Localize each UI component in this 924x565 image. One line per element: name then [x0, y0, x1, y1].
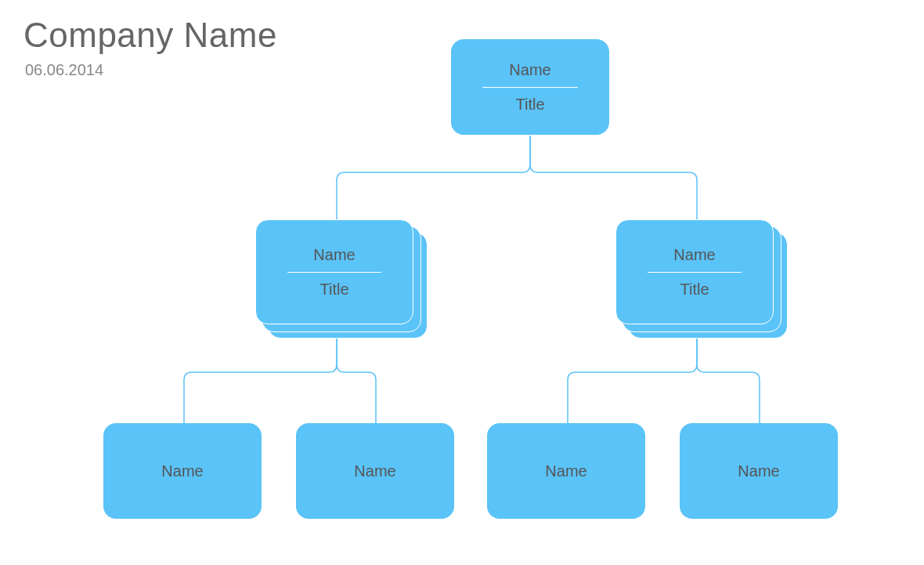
org-node-name: Name — [313, 246, 355, 264]
org-node-level3-4: Name — [680, 423, 838, 519]
org-node-name: Name — [738, 462, 779, 480]
org-node-name: Name — [354, 462, 395, 480]
org-node-title: Title — [515, 96, 544, 114]
org-node-level3-3: Name — [487, 423, 645, 519]
org-node-name: Name — [545, 462, 587, 480]
org-node-root: Name Title — [451, 39, 609, 135]
org-node-level2-right: Name Title — [615, 219, 774, 324]
org-node-name: Name — [509, 61, 550, 79]
org-node-level2-left: Name Title — [255, 219, 413, 324]
node-divider — [482, 87, 577, 88]
page-date: 06.06.2014 — [25, 61, 103, 79]
node-divider — [287, 272, 381, 273]
page-title: Company Name — [23, 16, 277, 55]
org-node-name: Name — [161, 462, 203, 480]
org-node-name: Name — [673, 246, 715, 264]
org-node-title: Title — [680, 281, 709, 299]
org-node-title: Title — [319, 281, 348, 299]
node-divider — [648, 272, 742, 273]
org-node-level3-2: Name — [296, 423, 454, 519]
org-node-level3-1: Name — [103, 423, 262, 519]
